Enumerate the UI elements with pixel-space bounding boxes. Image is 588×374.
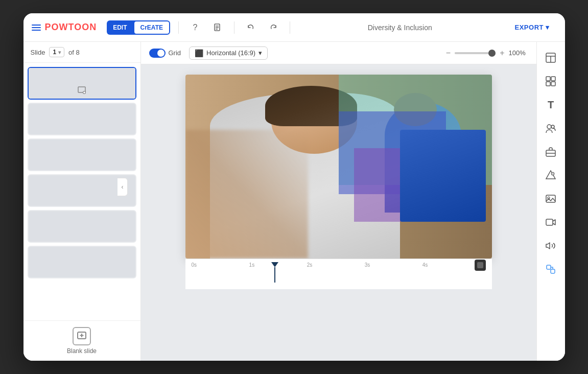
main-content: Slide 1 ▾ of 8 [23,42,565,361]
media-tool-button[interactable] [540,188,561,209]
svg-point-18 [547,125,551,129]
slide-thumb-1[interactable] [28,67,136,100]
slide-label: Slide [31,49,45,56]
timeline-mark-4: 4s [422,262,428,268]
svg-rect-26 [546,219,553,225]
collapse-panel-button[interactable]: ‹ [117,178,128,196]
orientation-button[interactable]: ⬛ Horizontal (16:9) ▾ [189,46,268,60]
video-icon [545,217,556,228]
add-slide-label: Blank slide [67,347,97,355]
add-slide-icon [73,327,91,345]
help-button[interactable]: ? [187,19,203,36]
svg-rect-24 [546,195,555,202]
background-icon [545,76,556,87]
zoom-out-button[interactable]: − [446,49,451,57]
slide-number: 1 [53,49,56,56]
svg-rect-28 [551,269,555,273]
playhead-triangle [271,262,278,267]
orientation-chevron-icon: ▾ [258,49,262,57]
slide-canvas[interactable] [185,75,492,259]
export-button[interactable]: EXPORT ▾ [508,20,557,34]
animations-icon [545,264,556,275]
grid-label: Grid [169,49,181,57]
shapes-icon [545,170,556,181]
zoom-in-button[interactable]: + [500,49,504,57]
divider-1 [178,21,179,34]
slide-thumb-6[interactable] [28,246,136,278]
edit-button[interactable]: EDIT [107,20,133,35]
props-icon [545,146,556,157]
slide-thumb-3[interactable] [28,138,136,171]
zoom-level: 100% [509,49,528,57]
chevron-left-icon: ‹ [122,183,124,191]
slide-number-input[interactable]: 1 ▾ [49,47,64,57]
chevron-down-icon: ▾ [546,24,550,31]
undo-button[interactable] [243,19,259,36]
slide-number-chevron: ▾ [58,50,61,55]
logo-area: POWTOON [32,22,97,33]
divider-3 [290,21,290,34]
timeline: 0s 1s 2s 3s 4s 5s [185,259,492,289]
redo-button[interactable] [265,19,281,36]
characters-icon [545,123,556,134]
doc-button[interactable] [209,19,226,36]
slides-header: Slide 1 ▾ of 8 [23,42,140,63]
svg-point-19 [551,125,554,128]
menu-icon[interactable] [32,25,41,31]
zoom-controls: − + 100% [446,49,528,57]
slide-thumb-2[interactable] [28,103,136,135]
grid-toggle[interactable]: Grid [149,49,181,58]
orientation-icon: ⬛ [195,49,203,57]
characters-tool-button[interactable] [540,118,561,139]
timeline-mark-3: 3s [365,262,370,268]
edit-create-toggle: EDIT CrEATE [107,20,170,35]
right-toolbar: T [536,42,565,361]
create-button[interactable]: CrEATE [134,21,169,34]
slide-thumb-5[interactable] [28,210,136,243]
timeline-playhead[interactable] [271,262,278,283]
canvas-area: 0s 1s 2s 3s 4s 5s [141,64,536,361]
canvas-toolbar: Grid ⬛ Horizontal (16:9) ▾ − + 1 [141,42,536,64]
orientation-label: Horizontal (16:9) [206,49,255,57]
timeline-marks: 0s 1s 2s 3s 4s 5s [190,262,488,268]
foreground-blur [185,130,308,259]
slide-thumb-icon-1 [77,86,86,97]
presentation-title: Diversity & Inclusion [298,24,502,32]
svg-rect-27 [547,265,551,269]
app-window: POWTOON EDIT CrEATE ? [23,13,565,361]
playhead-line [274,267,275,283]
media-icon [545,193,556,204]
grid-toggle-switch[interactable] [149,49,166,58]
video-tool-button[interactable] [540,212,561,233]
text-tool-button[interactable]: T [540,94,561,115]
zoom-slider[interactable] [455,52,496,54]
timeline-mark-1: 1s [249,262,255,268]
timeline-thumb[interactable] [475,260,486,271]
animations-tool-button[interactable] [540,259,561,280]
svg-rect-16 [546,82,550,86]
timeline-ruler: 0s 1s 2s 3s 4s 5s [185,262,492,268]
slides-of: of 8 [68,49,80,56]
shapes-tool-button[interactable] [540,165,561,186]
background-tool-button[interactable] [540,71,561,92]
timeline-mark-2: 2s [307,262,313,268]
svg-point-23 [551,172,554,175]
divider-2 [234,21,234,34]
layout-tool-button[interactable] [540,47,561,68]
audio-icon [545,240,556,251]
timeline-mark-0: 0s [192,262,197,268]
add-slide-button[interactable]: Blank slide [23,320,140,361]
center-panel: Grid ⬛ Horizontal (16:9) ▾ − + 1 [141,42,536,361]
svg-rect-17 [551,82,555,86]
props-tool-button[interactable] [540,141,561,162]
layout-icon [545,52,556,63]
logo-text: POWTOON [45,22,97,33]
zoom-slider-thumb [488,50,496,57]
slides-panel: Slide 1 ▾ of 8 [23,42,141,361]
svg-rect-15 [551,77,555,81]
svg-rect-14 [546,77,550,81]
audio-tool-button[interactable] [540,235,561,256]
header: POWTOON EDIT CrEATE ? [23,13,565,42]
text-icon: T [548,99,554,111]
